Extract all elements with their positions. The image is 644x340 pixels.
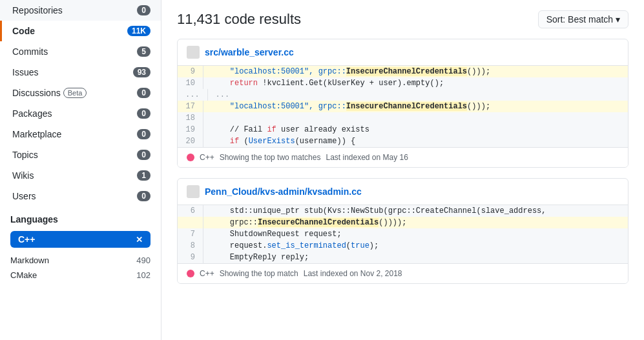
sidebar-label-marketplace: Marketplace	[12, 129, 61, 139]
kw: UserExists	[249, 137, 295, 146]
lang-dot-icon	[187, 154, 194, 161]
lang-name: CMake	[10, 270, 37, 280]
line-content: EmptyReply reply;	[203, 252, 628, 263]
result-path-link[interactable]: Penn_Cloud/kvs-admin/kvsadmin.cc	[205, 186, 362, 197]
sidebar-count-topics: 0	[137, 150, 151, 160]
indexed-text: Last indexed on Nov 2, 2018	[304, 269, 402, 278]
sidebar-item-packages[interactable]: Packages0	[0, 103, 161, 124]
sidebar-count-commits: 5	[137, 46, 151, 57]
line-content: request.set_is_terminated(true);	[203, 240, 628, 252]
code-text: ShutdownRequest request;	[211, 230, 342, 239]
sidebar-label-discussions: Discussions	[12, 88, 61, 98]
line-num: 9	[178, 66, 203, 77]
line-num: 10	[178, 77, 203, 89]
sidebar-count-repositories: 0	[137, 5, 151, 15]
sidebar-item-users[interactable]: Users0	[0, 186, 161, 206]
lang-count: 102	[136, 270, 151, 280]
sidebar-label-packages: Packages	[12, 108, 52, 119]
line-content: if (UserExists(username)) {	[203, 135, 628, 147]
result-footer: C++ Showing the top two matches Last ind…	[178, 147, 628, 167]
result-path-link[interactable]: src/warble_server.cc	[205, 47, 294, 57]
line-num	[178, 217, 203, 228]
sidebar-item-code[interactable]: Code11K	[0, 21, 161, 41]
lang-row-cmake[interactable]: CMake102	[10, 268, 151, 283]
line-num: 18	[178, 112, 203, 124]
line-content: std::unique_ptr stub(Kvs::NewStub(grpc::…	[203, 205, 628, 217]
lang-name: Markdown	[10, 255, 49, 265]
line-content: ShutdownRequest request;	[203, 228, 628, 240]
code-text: return !kvclient.Get(kUserKey + user).em…	[211, 79, 444, 88]
lang-count: 490	[136, 255, 151, 265]
code-text: std::unique_ptr stub(Kvs::NewStub(grpc::…	[211, 206, 546, 215]
lang-dot-icon	[187, 270, 194, 277]
code-line: 10 return !kvclient.Get(kUserKey + user)…	[178, 77, 628, 89]
kw: set_is_terminated	[267, 241, 346, 250]
match-text: Showing the top two matches	[220, 153, 321, 162]
sidebar-item-issues[interactable]: Issues93	[0, 62, 161, 83]
sidebar-item-commits[interactable]: Commits5	[0, 41, 161, 62]
results-count-title: 11,431 code results	[177, 11, 301, 28]
code-line: 8 request.set_is_terminated(true);	[178, 240, 628, 252]
active-language-chip[interactable]: C++ ✕	[10, 231, 151, 248]
sort-chevron-icon: ▾	[616, 14, 620, 25]
code-line: 6 std::unique_ptr stub(Kvs::NewStub(grpc…	[178, 205, 628, 217]
code-line: 17 "localhost:50001", grpc::InsecureChan…	[178, 101, 628, 112]
sidebar-label-issues: Issues	[12, 67, 38, 77]
code-line: 7 ShutdownRequest request;	[178, 228, 628, 240]
sort-button[interactable]: Sort: Best match ▾	[538, 10, 628, 28]
sidebar-label-repositories: Repositories	[12, 5, 63, 15]
highlight-keyword: InsecureChannelCredentials	[346, 67, 467, 76]
beta-badge: Beta	[63, 88, 87, 98]
result-card: src/warble_server.cc 9 "localhost:50001"…	[177, 39, 628, 168]
line-num: 6	[178, 205, 203, 217]
line-content	[203, 112, 628, 124]
sidebar-label-topics: Topics	[12, 150, 38, 160]
kw: if	[230, 137, 239, 146]
code-text: EmptyReply reply;	[211, 253, 309, 262]
line-num: 9	[178, 252, 203, 263]
code-line: grpc::InsecureChannelCredentials())));	[178, 217, 628, 228]
match-text: Showing the top match	[220, 269, 298, 278]
code-text: "localhost:50001", grpc::InsecureChannel…	[211, 102, 490, 111]
result-card: Penn_Cloud/kvs-admin/kvsadmin.cc 6 std::…	[177, 178, 628, 284]
sidebar-count-users: 0	[137, 191, 151, 201]
lang-label: C++	[200, 269, 214, 278]
line-num: 8	[178, 240, 203, 252]
kw: return	[230, 79, 258, 88]
sidebar: Repositories0Code11KCommits5Issues93Disc…	[0, 0, 161, 340]
code-line: 9 "localhost:50001", grpc::InsecureChann…	[178, 66, 628, 77]
line-num: 19	[178, 124, 203, 135]
sidebar-item-topics[interactable]: Topics0	[0, 145, 161, 165]
sidebar-label-code: Code	[12, 26, 35, 36]
highlight-keyword: InsecureChannelCredentials	[258, 218, 379, 227]
sidebar-label-commits: Commits	[12, 46, 48, 57]
remove-lang-icon[interactable]: ✕	[136, 235, 143, 245]
avatar	[187, 185, 200, 198]
languages-section: Languages C++ ✕ Markdown490CMake102	[0, 206, 161, 288]
sidebar-item-discussions[interactable]: DiscussionsBeta0	[0, 83, 161, 103]
sidebar-count-wikis: 1	[137, 170, 151, 181]
results-header: 11,431 code results Sort: Best match ▾	[177, 10, 628, 28]
sidebar-count-issues: 93	[133, 67, 151, 77]
line-num: 20	[178, 135, 203, 147]
line-num: ...	[178, 89, 208, 101]
sidebar-count-discussions: 0	[137, 88, 151, 98]
code-line: 19 // Fail if user already exists	[178, 124, 628, 135]
code-block: 9 "localhost:50001", grpc::InsecureChann…	[178, 66, 628, 147]
code-line: 18	[178, 112, 628, 124]
lang-label: C++	[200, 153, 214, 162]
line-content: ...	[208, 89, 628, 101]
indexed-text: Last indexed on May 16	[326, 153, 408, 162]
sidebar-item-wikis[interactable]: Wikis1	[0, 165, 161, 186]
code-line: 9 EmptyReply reply;	[178, 252, 628, 263]
code-text: // Fail if user already exists	[211, 125, 369, 134]
sidebar-item-marketplace[interactable]: Marketplace0	[0, 124, 161, 145]
code-string: "localhost:50001", grpc::	[211, 67, 346, 76]
kw: if	[267, 125, 276, 134]
active-lang-label: C++	[18, 234, 35, 245]
languages-title: Languages	[10, 214, 151, 225]
sidebar-item-repositories[interactable]: Repositories0	[0, 0, 161, 21]
lang-row-markdown[interactable]: Markdown490	[10, 253, 151, 268]
highlight-keyword: InsecureChannelCredentials	[346, 102, 467, 111]
line-content: "localhost:50001", grpc::InsecureChannel…	[203, 66, 628, 77]
